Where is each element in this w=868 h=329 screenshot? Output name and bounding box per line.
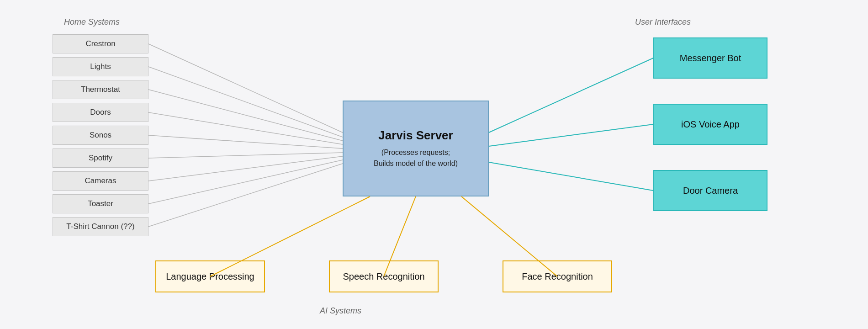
- svg-line-6: [148, 156, 343, 181]
- home-box-sonos: Sonos: [53, 126, 148, 145]
- architecture-diagram: Home Systems User Interfaces AI Systems …: [0, 0, 868, 329]
- jarvis-server-box: Jarvis Server (Processes requests;Builds…: [343, 101, 489, 196]
- svg-line-5: [148, 153, 343, 158]
- svg-line-10: [489, 124, 653, 146]
- jarvis-title: Jarvis Server: [378, 128, 453, 143]
- ui-box-ios: iOS Voice App: [653, 104, 767, 145]
- home-box-thermostat: Thermostat: [53, 80, 148, 99]
- jarvis-subtitle: (Processes requests;Builds model of the …: [374, 147, 458, 169]
- svg-line-8: [148, 164, 343, 227]
- ui-box-messenger: Messenger Bot: [653, 37, 767, 79]
- home-box-cameras: Cameras: [53, 171, 148, 191]
- home-box-doors: Doors: [53, 103, 148, 122]
- svg-line-3: [148, 112, 343, 144]
- ui-box-door-camera: Door Camera: [653, 170, 767, 211]
- svg-line-4: [148, 135, 343, 149]
- ai-box-face: Face Recognition: [503, 260, 612, 292]
- svg-line-7: [148, 160, 343, 204]
- svg-line-9: [489, 58, 653, 133]
- svg-line-2: [148, 90, 343, 141]
- home-box-tshirt: T-Shirt Cannon (??): [53, 217, 148, 236]
- ai-box-language: Language Processing: [155, 260, 265, 292]
- ai-systems-label: AI Systems: [320, 306, 361, 316]
- home-box-toaster: Toaster: [53, 194, 148, 213]
- home-box-spotify: Spotify: [53, 149, 148, 168]
- home-box-crestron: Crestron: [53, 34, 148, 53]
- home-systems-label: Home Systems: [64, 17, 120, 27]
- svg-line-0: [148, 44, 343, 133]
- user-interfaces-label: User Interfaces: [635, 17, 691, 27]
- home-box-lights: Lights: [53, 57, 148, 76]
- svg-line-11: [489, 162, 653, 191]
- svg-line-1: [148, 67, 343, 137]
- ai-box-speech: Speech Recognition: [329, 260, 439, 292]
